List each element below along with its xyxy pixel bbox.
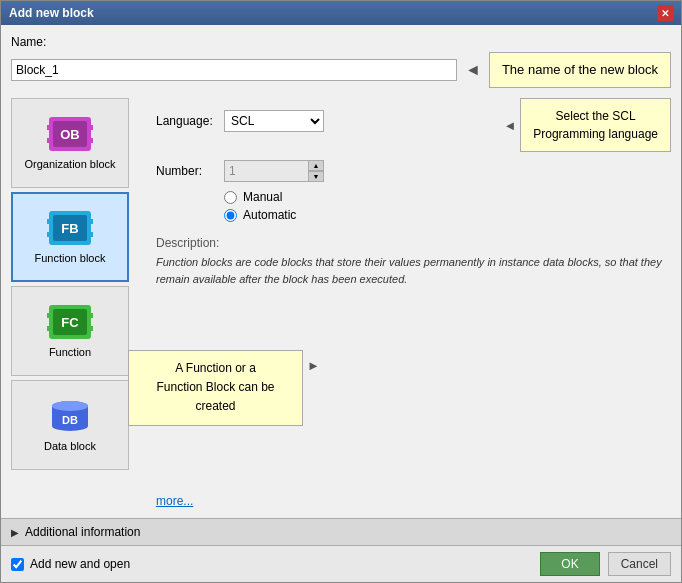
name-section: Name: ◄ The name of the new block: [11, 35, 671, 88]
svg-text:DB: DB: [62, 414, 78, 426]
radio-group: Manual Automatic: [224, 190, 671, 222]
db-icon: DB: [47, 397, 93, 435]
block-type-fb[interactable]: FB Function block: [11, 192, 129, 282]
ob-icon: OB: [47, 115, 93, 153]
more-link[interactable]: more...: [156, 486, 671, 508]
name-tooltip: The name of the new block: [489, 52, 671, 88]
additional-info-label: Additional information: [25, 525, 140, 539]
manual-label: Manual: [243, 190, 282, 204]
additional-info-bar[interactable]: ▶ Additional information: [1, 518, 681, 545]
db-label: Data block: [44, 439, 96, 453]
number-row: Number: ▲ ▼: [156, 160, 671, 182]
svg-rect-4: [47, 138, 51, 143]
svg-rect-19: [89, 313, 93, 318]
scl-tooltip-arrow-left: ◄: [503, 118, 516, 133]
main-content: OB Organization block FB: [11, 98, 671, 508]
number-spinner: ▲ ▼: [308, 160, 324, 182]
cancel-button[interactable]: Cancel: [608, 552, 671, 576]
spin-down[interactable]: ▼: [308, 171, 324, 182]
name-input[interactable]: [11, 59, 457, 81]
scl-tooltip: Select the SCLProgramming language: [520, 98, 671, 152]
close-button[interactable]: ✕: [657, 5, 673, 21]
name-tooltip-arrow: ◄: [465, 61, 481, 79]
automatic-label: Automatic: [243, 208, 296, 222]
description-section: Description: Function blocks are code bl…: [156, 236, 671, 287]
language-select[interactable]: LAD FBD STL SCL GRAPH: [224, 110, 324, 132]
block-type-list: OB Organization block FB: [11, 98, 141, 508]
add-open-checkbox[interactable]: [11, 558, 24, 571]
fb-icon: FB: [47, 209, 93, 247]
title-bar: Add new block ✕: [1, 1, 681, 25]
add-new-block-dialog: Add new block ✕ Name: ◄ The name of the …: [0, 0, 682, 583]
svg-rect-5: [89, 125, 93, 130]
fc-label: Function: [49, 345, 91, 359]
name-label: Name:: [11, 35, 671, 49]
block-type-fc[interactable]: FC Function: [11, 286, 129, 376]
dialog-title: Add new block: [9, 6, 94, 20]
dialog-body: Name: ◄ The name of the new block OB: [1, 25, 681, 518]
svg-rect-20: [89, 326, 93, 331]
fc-icon: FC: [47, 303, 93, 341]
svg-rect-6: [89, 138, 93, 143]
svg-text:FC: FC: [61, 315, 79, 330]
ok-button[interactable]: OK: [540, 552, 599, 576]
svg-rect-13: [89, 232, 93, 237]
automatic-radio[interactable]: [224, 209, 237, 222]
expand-icon: ▶: [11, 527, 19, 538]
block-type-db[interactable]: DB Data block: [11, 380, 129, 470]
footer-right: OK Cancel: [540, 552, 671, 576]
block-type-ob[interactable]: OB Organization block: [11, 98, 129, 188]
language-label: Language:: [156, 114, 216, 128]
footer-left: Add new and open: [11, 557, 130, 571]
number-input-wrap: ▲ ▼: [224, 160, 324, 182]
svg-point-24: [52, 401, 88, 411]
manual-radio[interactable]: [224, 191, 237, 204]
svg-rect-11: [47, 232, 51, 237]
automatic-radio-row: Automatic: [224, 208, 671, 222]
svg-rect-3: [47, 125, 51, 130]
manual-radio-row: Manual: [224, 190, 671, 204]
svg-rect-17: [47, 313, 51, 318]
scl-tooltip-text: Select the SCLProgramming language: [533, 109, 658, 141]
ob-label: Organization block: [24, 157, 115, 171]
right-panel: Language: LAD FBD STL SCL GRAPH ◄: [141, 98, 671, 508]
svg-text:FB: FB: [61, 221, 78, 236]
svg-rect-18: [47, 326, 51, 331]
footer: Add new and open OK Cancel: [1, 545, 681, 582]
fb-label: Function block: [35, 251, 106, 265]
svg-rect-10: [47, 219, 51, 224]
number-label: Number:: [156, 164, 216, 178]
add-open-label: Add new and open: [30, 557, 130, 571]
spin-up[interactable]: ▲: [308, 160, 324, 171]
svg-rect-12: [89, 219, 93, 224]
description-label: Description:: [156, 236, 671, 250]
description-text: Function blocks are code blocks that sto…: [156, 254, 671, 287]
svg-text:OB: OB: [60, 127, 80, 142]
